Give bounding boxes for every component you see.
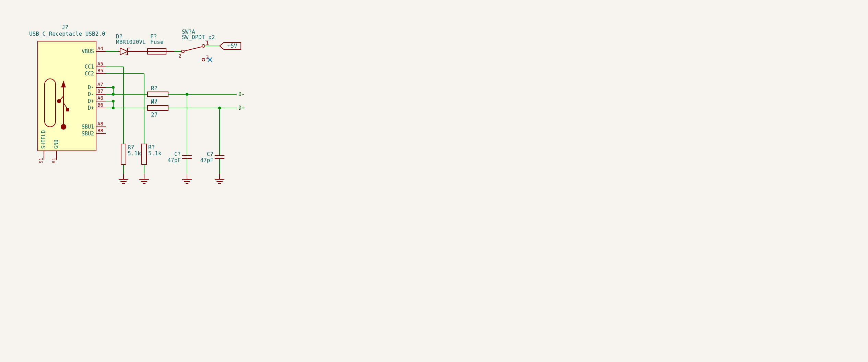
svg-text:A7: A7 [97,82,103,87]
svg-text:GND: GND [53,140,59,149]
svg-marker-50 [120,48,128,55]
svg-text:D-: D- [238,91,245,97]
svg-text:27: 27 [151,111,157,118]
svg-text:A8: A8 [97,121,103,126]
svg-text:D+: D+ [88,98,94,104]
svg-text:SBU2: SBU2 [82,131,94,137]
svg-rect-101 [148,92,168,97]
svg-text:J?: J? [62,24,68,31]
svg-rect-114 [148,106,168,110]
svg-text:SHIELD: SHIELD [40,130,47,149]
svg-point-15 [61,124,66,130]
svg-point-122 [186,93,188,96]
svg-text:B8: B8 [97,128,103,133]
svg-text:R?: R? [148,144,155,150]
svg-text:2: 2 [178,53,181,59]
svg-text:B7: B7 [97,88,103,94]
svg-point-131 [218,107,221,109]
svg-text:A1: A1 [51,158,56,164]
svg-text:R?: R? [151,99,157,105]
svg-text:47pF: 47pF [167,157,181,164]
svg-text:+5V: +5V [227,43,237,49]
svg-text:A5: A5 [97,61,103,67]
svg-text:5.1k: 5.1k [128,150,141,157]
svg-text:D-: D- [88,91,94,97]
svg-text:USB_C_Receptacle_USB2.0: USB_C_Receptacle_USB2.0 [29,31,105,37]
svg-point-68 [181,50,184,53]
svg-text:R?: R? [151,85,157,92]
svg-text:MBR1020VL: MBR1020VL [116,39,146,45]
svg-text:CC1: CC1 [85,64,94,70]
svg-text:5.1k: 5.1k [148,150,162,157]
svg-text:B5: B5 [97,68,103,73]
svg-text:Fuse: Fuse [150,39,164,45]
svg-text:D+: D+ [88,105,94,111]
svg-text:S1: S1 [38,158,44,164]
svg-text:47pF: 47pF [200,157,213,164]
svg-text:B6: B6 [97,102,103,108]
svg-text:R?: R? [128,144,134,150]
svg-rect-82 [121,144,126,165]
svg-text:A6: A6 [97,95,103,101]
svg-rect-89 [142,144,146,165]
svg-text:VBUS: VBUS [82,48,94,55]
svg-text:SBU1: SBU1 [82,124,94,130]
svg-text:C?: C? [174,151,181,157]
svg-text:3: 3 [206,55,209,60]
schematic-canvas: J?USB_C_Receptacle_USB2.0A4VBUSA5CC1B5CC… [0,0,868,362]
svg-point-69 [202,45,205,47]
svg-point-70 [202,58,205,61]
svg-text:CC2: CC2 [85,71,94,77]
svg-text:1: 1 [206,40,209,46]
svg-line-71 [184,47,202,51]
svg-text:SW_DPDT_x2: SW_DPDT_x2 [182,34,215,40]
svg-text:D-: D- [88,84,94,90]
svg-text:A4: A4 [97,46,103,51]
svg-text:C?: C? [207,151,213,157]
svg-text:D+: D+ [238,105,245,111]
